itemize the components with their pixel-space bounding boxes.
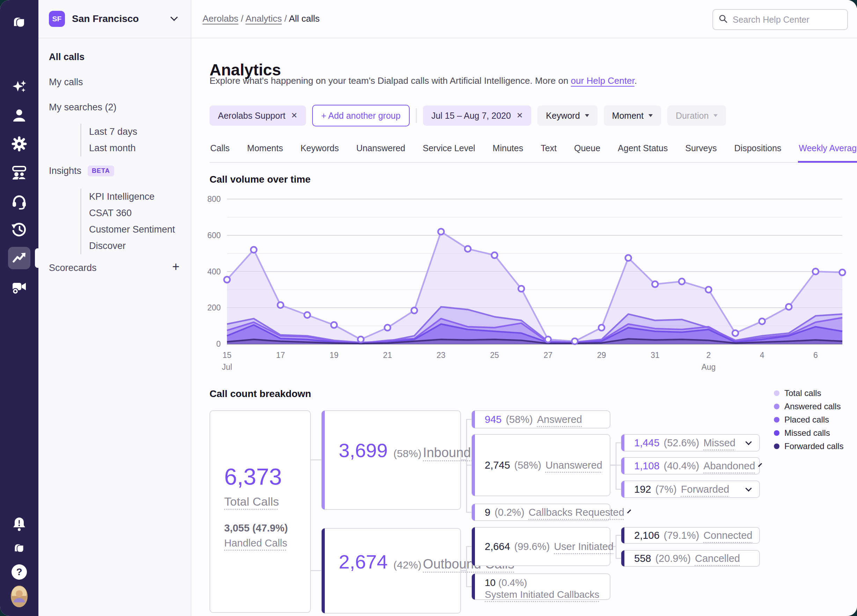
tab-queue[interactable]: Queue [574, 139, 601, 163]
svg-text:200: 200 [207, 303, 221, 312]
forwarded-label[interactable]: Forwarded [681, 484, 730, 495]
sidebar-item-discover[interactable]: Discover [89, 238, 175, 254]
forwarded-card[interactable]: 192(7%)Forwarded [621, 480, 760, 498]
tab-keywords[interactable]: Keywords [300, 139, 339, 163]
settings-gear-icon[interactable] [11, 136, 28, 152]
sidebar-item-all-calls[interactable]: All calls [49, 52, 85, 62]
handled-calls-label[interactable]: Handled Calls [224, 537, 288, 549]
callbacks-value: 9 [485, 507, 490, 518]
workspace-switcher[interactable]: SF San Francisco [39, 0, 191, 39]
breadcrumb: Aerolabs / Analytics / All calls [203, 13, 320, 24]
sidebar-item-last-7-days[interactable]: Last 7 days [89, 124, 137, 140]
abandoned-label[interactable]: Abandoned [703, 460, 755, 472]
unanswered-pct: (58%) [514, 460, 541, 471]
connected-label[interactable]: Connected [703, 530, 752, 541]
group-filter-chip[interactable]: Aerolabs Support ✕ [210, 105, 306, 126]
chevron-down-icon[interactable] [745, 439, 752, 445]
svg-text:0: 0 [216, 339, 221, 348]
sidebar-item-last-month[interactable]: Last month [89, 140, 137, 156]
outbound-calls-card: 2,674 (42%) Outbound Calls [321, 528, 461, 614]
tab-service-level[interactable]: Service Level [422, 139, 476, 163]
chevron-down-icon[interactable] [627, 509, 631, 513]
legend-item-missed: Missed calls [774, 428, 843, 438]
accent-bar [621, 435, 624, 451]
tab-dispositions[interactable]: Dispositions [734, 139, 782, 163]
duration-dropdown[interactable]: Duration [667, 105, 726, 126]
add-scorecard-button[interactable]: + [172, 260, 179, 273]
svg-text:17: 17 [276, 351, 285, 360]
tab-weekly-averages[interactable]: Weekly Averages [798, 139, 857, 163]
legend-dot [774, 430, 780, 436]
coaching-icon[interactable] [11, 164, 28, 181]
missed-card[interactable]: 1,445(52.6%)Missed [621, 434, 760, 452]
history-icon[interactable] [11, 221, 28, 238]
legend-item-forwarded: Forwarded calls [774, 441, 843, 451]
missed-pct: (52.6%) [664, 437, 699, 449]
chevron-down-icon[interactable] [758, 463, 762, 467]
search-input[interactable] [732, 14, 847, 25]
moment-dropdown[interactable]: Moment [604, 105, 661, 126]
insights-group: KPI Intelligence CSAT 360 Customer Senti… [80, 189, 175, 254]
keyword-dropdown[interactable]: Keyword [537, 105, 597, 126]
answered-label[interactable]: Answered [537, 414, 582, 425]
date-range-chip[interactable]: Jul 15 – Aug 7, 2020 ✕ [423, 105, 531, 126]
sidebar-item-customer-sentiment[interactable]: Customer Sentiment [89, 221, 175, 238]
analytics-icon[interactable] [11, 250, 28, 266]
legend-item-placed: Placed calls [774, 415, 843, 425]
chevron-down-icon [170, 14, 178, 21]
help-search-box[interactable] [712, 9, 848, 30]
tab-minutes[interactable]: Minutes [492, 139, 524, 163]
meetings-video-icon[interactable] [11, 279, 28, 296]
ai-sparkles-icon[interactable] [11, 79, 28, 96]
help-icon[interactable]: ? [11, 563, 28, 580]
unanswered-label[interactable]: Unanswered [546, 460, 602, 471]
add-group-button[interactable]: + Add another group [312, 105, 410, 127]
svg-text:Jul: Jul [222, 362, 232, 371]
tab-text[interactable]: Text [540, 139, 557, 163]
help-center-link[interactable]: our Help Center [571, 76, 634, 86]
dialpad-logo-small-icon[interactable] [11, 540, 28, 557]
workspace-badge: SF [49, 11, 65, 27]
user-initiated-label[interactable]: User Initiated [554, 541, 614, 553]
inbound-calls-card: 3,699 (58%) Inbound Calls [321, 410, 461, 510]
sidebar-item-kpi-intelligence[interactable]: KPI Intelligence [89, 189, 175, 205]
dialpad-logo-icon[interactable] [11, 14, 28, 31]
callbacks-label[interactable]: Callbacks Requested [529, 507, 624, 518]
legend-dot [774, 404, 780, 409]
notifications-bell-icon[interactable] [11, 516, 28, 532]
remove-group-icon[interactable]: ✕ [291, 111, 297, 120]
contacts-icon[interactable] [11, 107, 28, 124]
legend-item-total: Total calls [774, 388, 843, 398]
breadcrumb-link-aerolabs[interactable]: Aerolabs [203, 13, 238, 24]
cancelled-label[interactable]: Cancelled [695, 553, 740, 564]
callbacks-requested-card[interactable]: 9(0.2%)Callbacks Requested [472, 503, 611, 521]
system-callbacks-label[interactable]: System Initiated Callbacks [485, 589, 599, 601]
app-window: ? SF San Francisco All calls My calls My… [0, 0, 857, 616]
sidebar-item-my-calls[interactable]: My calls [49, 77, 83, 88]
cancelled-card: 558(20.9%)Cancelled [621, 550, 760, 567]
missed-label[interactable]: Missed [703, 437, 735, 449]
tab-calls[interactable]: Calls [210, 139, 230, 163]
tab-agent-status[interactable]: Agent Status [617, 139, 668, 163]
sidebar-item-my-searches[interactable]: My searches (2) [49, 102, 117, 113]
main-content: Analytics Explore what's happening on yo… [191, 39, 857, 616]
abandoned-card[interactable]: 1,108(40.4%)Abandoned [621, 457, 760, 475]
sidebar-item-insights[interactable]: InsightsBETA [49, 166, 114, 176]
sidebar-item-scorecards[interactable]: Scorecards [49, 263, 97, 274]
system-callbacks-pct: (0.4%) [498, 577, 527, 588]
tab-surveys[interactable]: Surveys [684, 139, 717, 163]
accent-bar [472, 527, 475, 566]
user-initiated-value: 2,664 [485, 541, 510, 553]
sidebar-item-csat-360[interactable]: CSAT 360 [89, 205, 175, 221]
support-headset-icon[interactable] [11, 193, 28, 209]
total-calls-label[interactable]: Total Calls [224, 495, 279, 508]
breadcrumb-link-analytics[interactable]: Analytics [246, 13, 282, 24]
profile-avatar[interactable] [11, 588, 28, 605]
remove-date-icon[interactable]: ✕ [517, 111, 523, 120]
app-rail: ? [0, 0, 39, 616]
tab-moments[interactable]: Moments [246, 139, 284, 163]
legend-label: Total calls [784, 388, 821, 398]
chevron-down-icon[interactable] [745, 485, 752, 491]
unanswered-value: 2,745 [485, 460, 510, 471]
tab-unanswered[interactable]: Unanswered [356, 139, 406, 163]
